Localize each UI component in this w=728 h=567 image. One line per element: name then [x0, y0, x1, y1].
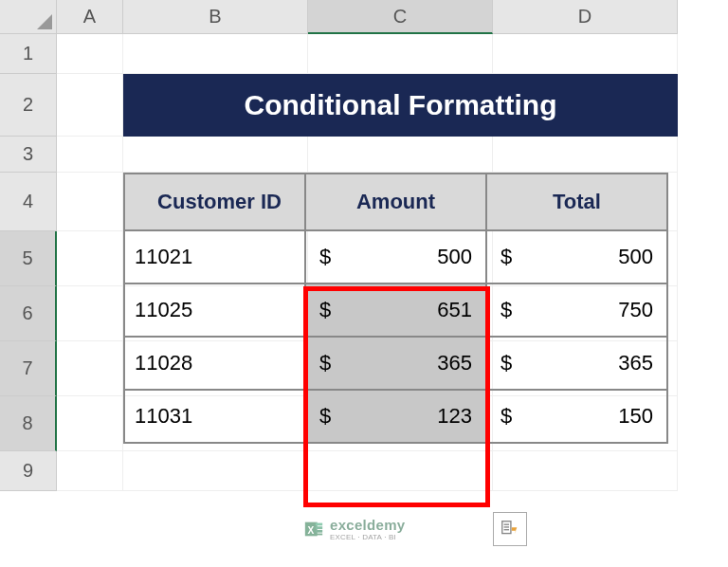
currency-symbol: $	[500, 298, 512, 322]
svg-rect-2	[316, 523, 322, 526]
quick-analysis-button[interactable]	[493, 512, 527, 546]
currency-symbol: $	[500, 404, 512, 429]
total-value: 500	[618, 245, 653, 269]
cell-amount[interactable]: $365	[305, 337, 486, 390]
row-header-1[interactable]: 1	[0, 34, 57, 74]
currency-symbol: $	[319, 298, 331, 322]
cell-total[interactable]: $500	[486, 230, 667, 284]
table-row: 11031 $123 $150	[124, 390, 667, 443]
cell-amount[interactable]: $123	[305, 390, 486, 443]
header-customer-id[interactable]: Customer ID	[124, 174, 305, 230]
cell-id[interactable]: 11028	[124, 337, 305, 390]
currency-symbol: $	[500, 351, 512, 375]
row-headers: 1 2 3 4 5 6 7 8 9	[0, 34, 57, 491]
svg-rect-4	[316, 530, 322, 533]
svg-rect-5	[316, 534, 322, 536]
cell-id[interactable]: 11025	[124, 284, 305, 337]
total-value: 150	[618, 404, 653, 429]
currency-symbol: $	[500, 245, 512, 269]
data-table: Customer ID Amount Total 11021 $500 $500…	[123, 173, 668, 444]
watermark-subtitle: EXCEL · DATA · BI	[330, 533, 405, 541]
svg-rect-7	[504, 524, 510, 525]
row-header-4[interactable]: 4	[0, 173, 57, 231]
row-header-3[interactable]: 3	[0, 137, 57, 173]
row-header-6[interactable]: 6	[0, 286, 57, 341]
currency-symbol: $	[319, 351, 331, 375]
table-row: 11025 $651 $750	[124, 284, 667, 337]
amount-value: 123	[437, 404, 472, 429]
cell-id[interactable]: 11021	[124, 230, 305, 284]
currency-symbol: $	[319, 404, 331, 429]
col-header-A[interactable]: A	[57, 0, 123, 34]
row-header-7[interactable]: 7	[0, 341, 57, 396]
amount-value: 651	[437, 298, 472, 322]
amount-value: 365	[437, 351, 472, 375]
svg-text:X: X	[308, 525, 315, 536]
table-header-row: Customer ID Amount Total	[124, 174, 667, 230]
col-header-B[interactable]: B	[123, 0, 308, 34]
col-header-C[interactable]: C	[308, 0, 493, 34]
watermark-text: exceldemy	[330, 517, 405, 533]
cell-amount[interactable]: $651	[305, 284, 486, 337]
svg-rect-3	[316, 526, 322, 529]
select-all-triangle[interactable]	[0, 0, 57, 34]
table-row: 11028 $365 $365	[124, 337, 667, 390]
cell-total[interactable]: $365	[486, 337, 667, 390]
total-value: 365	[618, 351, 653, 375]
row-header-8[interactable]: 8	[0, 396, 57, 451]
currency-symbol: $	[319, 245, 331, 269]
cell-total[interactable]: $150	[486, 390, 667, 443]
row-header-5[interactable]: 5	[0, 231, 57, 286]
cell-amount[interactable]: $500	[305, 230, 486, 284]
cell-total[interactable]: $750	[486, 284, 667, 337]
cell-id[interactable]: 11031	[124, 390, 305, 443]
row-header-9[interactable]: 9	[0, 451, 57, 491]
spreadsheet-grid: A B C D 1 2 3 4 5 6 7 8 9 Conditional Fo…	[0, 0, 728, 567]
column-headers: A B C D	[57, 0, 678, 34]
table-row: 11021 $500 $500	[124, 230, 667, 284]
amount-value: 500	[437, 245, 472, 269]
row-header-2[interactable]: 2	[0, 74, 57, 137]
svg-rect-8	[504, 526, 510, 527]
quick-analysis-icon	[500, 519, 520, 540]
col-header-D[interactable]: D	[493, 0, 678, 34]
header-amount[interactable]: Amount	[305, 174, 486, 230]
header-total[interactable]: Total	[486, 174, 667, 230]
excel-logo-icon: X	[303, 519, 324, 540]
svg-rect-9	[504, 529, 510, 530]
watermark: X exceldemy EXCEL · DATA · BI	[303, 517, 446, 541]
total-value: 750	[618, 298, 653, 322]
title-banner: Conditional Formatting	[123, 74, 678, 137]
